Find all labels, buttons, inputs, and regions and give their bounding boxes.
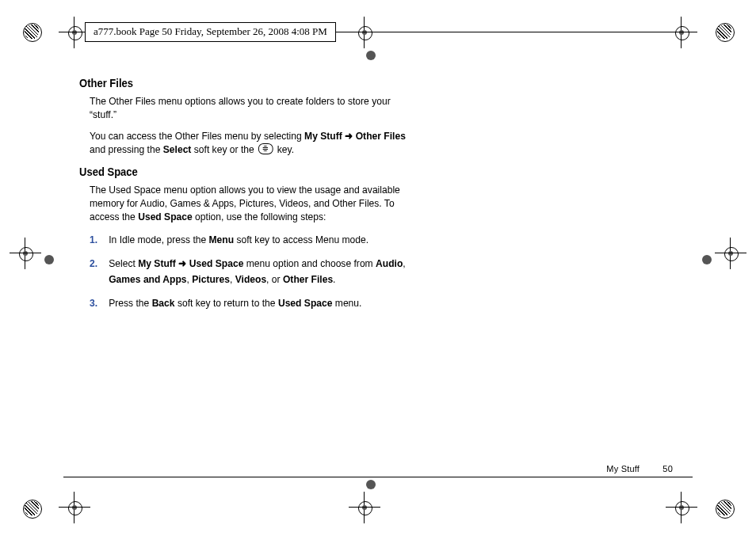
footer-rule [63, 477, 693, 477]
crop-mark-icon [17, 17, 46, 46]
bold-text: Used Space [278, 297, 333, 309]
dot-icon [366, 51, 376, 60]
arrow-icon: ➜ [178, 257, 189, 269]
dot-icon [44, 255, 54, 264]
text: You can access the Other Files menu by s… [90, 130, 304, 142]
registration-mark-icon [59, 492, 90, 523]
registration-mark-icon [349, 17, 380, 48]
step-number: 2. [90, 256, 109, 287]
footer-page-number: 50 [662, 464, 673, 473]
text: , or [266, 273, 283, 285]
paragraph: The Other Files menu options allows you … [90, 95, 417, 122]
text: , [187, 273, 193, 285]
text: and pressing the [90, 143, 163, 155]
registration-mark-icon [10, 238, 41, 269]
page-body: Other Files The Other Files menu options… [79, 76, 453, 319]
crop-mark-icon [710, 17, 739, 46]
heading-used-space: Used Space [79, 165, 427, 179]
crop-mark-icon [17, 494, 46, 523]
footer-section-name: My Stuff [606, 464, 640, 473]
step-text: Press the Back soft key to return to the… [109, 295, 417, 311]
bold-text: Menu [209, 234, 235, 245]
paragraph: The Used Space menu option allows you to… [90, 184, 417, 224]
page-footer: My Stuff 50 [606, 464, 673, 473]
bold-text: Games and Apps [109, 273, 186, 285]
ok-key-icon [258, 143, 273, 154]
bold-text: Other Files [356, 130, 406, 142]
bold-text: My Stuff [304, 130, 342, 142]
bold-text: Used Space [189, 257, 244, 269]
text: soft key or the [191, 143, 257, 155]
dot-icon [366, 480, 376, 489]
bold-text: Audio [376, 257, 403, 269]
text: menu. [332, 297, 361, 309]
registration-mark-icon [349, 492, 380, 523]
step-number: 1. [90, 232, 109, 248]
bold-text: Used Space [138, 211, 193, 222]
registration-mark-icon [666, 492, 697, 523]
step-number: 3. [90, 295, 109, 311]
registration-mark-icon [715, 238, 746, 269]
document-meta: a777.book Page 50 Friday, September 26, … [85, 22, 336, 42]
list-item: 1. In Idle mode, press the Menu soft key… [90, 232, 417, 248]
text: . [333, 273, 335, 285]
step-text: Select My Stuff ➜ Used Space menu option… [109, 256, 417, 287]
text: Select [109, 257, 138, 269]
text: , [230, 273, 235, 285]
bold-text: Other Files [283, 273, 333, 285]
text: soft key to return to the [175, 297, 278, 309]
text: key. [274, 143, 294, 155]
paragraph: You can access the Other Files menu by s… [90, 130, 417, 157]
bold-text: My Stuff [138, 257, 178, 269]
ordered-list: 1. In Idle mode, press the Menu soft key… [90, 232, 417, 312]
bold-text: Select [163, 143, 192, 155]
text: soft key to access Menu mode. [234, 234, 368, 245]
text: In Idle mode, press the [109, 234, 208, 245]
text: Press the [109, 297, 151, 309]
bold-text: Back [152, 297, 175, 309]
crop-mark-icon [710, 494, 739, 523]
text: option, use the following steps: [193, 211, 326, 222]
list-item: 3. Press the Back soft key to return to … [90, 295, 417, 311]
step-text: In Idle mode, press the Menu soft key to… [109, 232, 417, 248]
text: , [403, 257, 405, 269]
arrow-icon: ➜ [342, 130, 356, 142]
bold-text: Videos [235, 273, 266, 285]
bold-text: Pictures [192, 273, 230, 285]
list-item: 2. Select My Stuff ➜ Used Space menu opt… [90, 256, 417, 287]
heading-other-files: Other Files [79, 76, 427, 90]
text: menu option and choose from [243, 257, 376, 269]
dot-icon [702, 255, 712, 264]
registration-mark-icon [666, 17, 697, 48]
